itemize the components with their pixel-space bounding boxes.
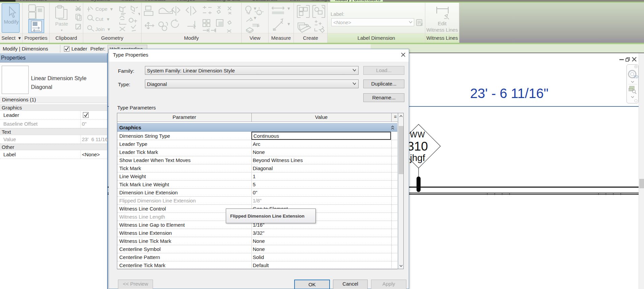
svg-text:▾: ▾: [138, 11, 140, 17]
svg-text:▾: ▾: [110, 6, 113, 12]
svg-text:2D: 2D: [634, 75, 638, 79]
svg-text:Cope: Cope: [95, 6, 108, 12]
svg-text:310: 310: [407, 139, 428, 153]
svg-text:▾: ▾: [254, 5, 256, 11]
svg-text:▾: ▾: [107, 16, 110, 22]
svg-text:Cut: Cut: [95, 16, 103, 22]
svg-text:▾: ▾: [287, 21, 290, 27]
svg-text:jhgf: jhgf: [409, 153, 425, 163]
svg-text:▾: ▾: [108, 26, 110, 32]
svg-text:▾: ▾: [287, 5, 290, 11]
svg-text:▾: ▾: [254, 15, 256, 21]
svg-text:WW: WW: [410, 130, 425, 139]
svg-text:Join: Join: [95, 26, 105, 32]
